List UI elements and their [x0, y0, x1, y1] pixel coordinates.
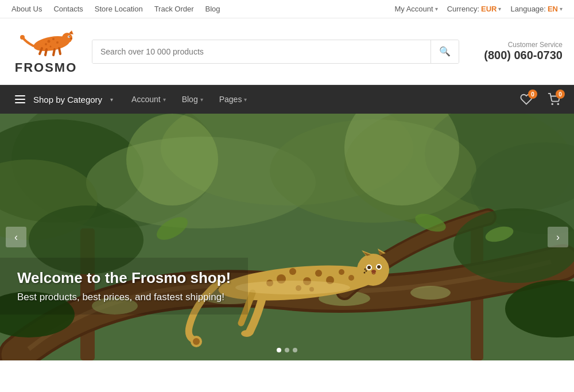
- cart-badge: 0: [556, 90, 565, 99]
- svg-line-14: [45, 49, 46, 55]
- shop-by-category-button[interactable]: Shop by Category ▾: [9, 85, 123, 114]
- hero-dot-2[interactable]: [285, 348, 289, 352]
- search-icon: 🔍: [439, 46, 451, 56]
- cart-button[interactable]: 0: [543, 90, 565, 109]
- hero-dot-1[interactable]: [277, 348, 281, 352]
- hero-prev-button[interactable]: ‹: [6, 227, 26, 247]
- nav-pages[interactable]: Pages ▾: [211, 85, 255, 114]
- shop-by-category-chevron-icon: ▾: [110, 96, 113, 103]
- currency-chevron-icon: ▾: [498, 6, 501, 12]
- search-button[interactable]: 🔍: [430, 40, 459, 63]
- navbar-right: 0 0: [515, 90, 565, 109]
- nav-blog[interactable]: Blog ▾: [174, 85, 211, 114]
- contacts-link[interactable]: Contacts: [53, 5, 83, 13]
- top-bar: About Us Contacts Store Location Track O…: [0, 0, 574, 18]
- currency-dropdown[interactable]: Currency: EUR ▾: [447, 5, 502, 13]
- blog-link-top[interactable]: Blog: [205, 5, 220, 13]
- hero-title: Welcome to the Frosmo shop!: [17, 269, 231, 287]
- hero-subtitle: Best products, best prices, and fastest …: [17, 292, 231, 303]
- wishlist-button[interactable]: 0: [515, 90, 537, 109]
- hero-section: Welcome to the Frosmo shop! Best product…: [0, 114, 574, 360]
- svg-point-12: [20, 35, 25, 40]
- customer-service: Customer Service (800) 060-0730: [471, 41, 563, 62]
- hero-next-button[interactable]: ›: [548, 227, 568, 247]
- hamburger-icon: [15, 95, 25, 103]
- svg-point-8: [52, 38, 55, 40]
- hero-dot-3[interactable]: [293, 348, 297, 352]
- svg-point-10: [45, 43, 47, 45]
- svg-point-11: [50, 46, 52, 48]
- shop-by-category-label: Shop by Category: [33, 95, 102, 104]
- customer-service-phone: (800) 060-0730: [471, 49, 563, 62]
- navbar: Shop by Category ▾ Account ▾ Blog ▾ Page…: [0, 85, 574, 114]
- track-order-link[interactable]: Track Order: [154, 5, 194, 13]
- svg-point-18: [557, 103, 559, 104]
- store-location-link[interactable]: Store Location: [95, 5, 143, 13]
- svg-point-5: [69, 36, 70, 37]
- nav-account[interactable]: Account ▾: [123, 85, 174, 114]
- logo[interactable]: FROSMO: [11, 28, 80, 75]
- navbar-left: Shop by Category ▾ Account ▾ Blog ▾ Page…: [9, 85, 255, 114]
- hero-content: Welcome to the Frosmo shop! Best product…: [0, 114, 574, 360]
- hero-dots: [277, 348, 297, 352]
- about-us-link[interactable]: About Us: [11, 5, 42, 13]
- pages-chevron-icon: ▾: [244, 96, 247, 103]
- wishlist-badge: 0: [528, 90, 537, 99]
- search-box: 🔍: [92, 40, 459, 64]
- logo-text: FROSMO: [15, 60, 77, 75]
- svg-point-6: [70, 38, 72, 40]
- my-account-dropdown[interactable]: My Account ▾: [394, 5, 437, 13]
- svg-line-16: [59, 48, 60, 54]
- customer-service-label: Customer Service: [471, 41, 563, 49]
- search-input[interactable]: [92, 40, 430, 63]
- svg-point-9: [56, 41, 59, 44]
- svg-line-15: [53, 49, 55, 55]
- top-bar-left: About Us Contacts Store Location Track O…: [11, 5, 220, 13]
- svg-point-17: [552, 103, 553, 104]
- blog-chevron-icon: ▾: [200, 96, 203, 103]
- logo-cheetah-icon: [14, 28, 77, 59]
- language-dropdown[interactable]: Language: EN ▾: [510, 5, 563, 13]
- svg-point-7: [48, 40, 51, 43]
- language-chevron-icon: ▾: [560, 6, 563, 12]
- header: FROSMO 🔍 Customer Service (800) 060-0730: [0, 18, 574, 85]
- hero-text-block: Welcome to the Frosmo shop! Best product…: [0, 258, 248, 315]
- account-chevron-icon: ▾: [163, 96, 166, 103]
- my-account-chevron-icon: ▾: [435, 6, 438, 12]
- top-bar-right: My Account ▾ Currency: EUR ▾ Language: E…: [394, 5, 563, 13]
